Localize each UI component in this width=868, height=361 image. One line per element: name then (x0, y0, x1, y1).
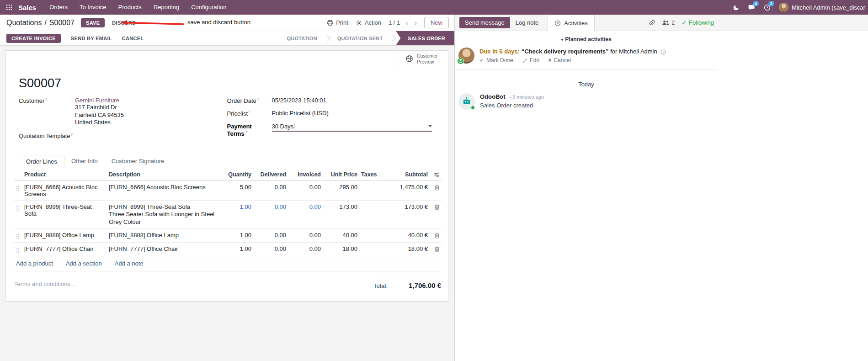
cell-taxes[interactable] (359, 181, 384, 201)
apps-menu-button[interactable] (3, 0, 16, 15)
cell-invoiced[interactable]: 0.00 (288, 229, 323, 243)
order-date-field[interactable]: 05/25/2023 15:40:01 (272, 97, 436, 104)
cell-description[interactable]: [FURN_8999] Three-Seat SofaThree Seater … (107, 201, 220, 229)
mark-done-button[interactable]: ✓Mark Done (479, 57, 513, 64)
cell-delivered[interactable]: 0.00 (253, 243, 288, 256)
payment-terms-field[interactable]: 30 Days (272, 123, 432, 132)
menu-configuration[interactable]: Configuration (185, 0, 232, 15)
activity-info-icon[interactable] (660, 48, 666, 55)
drag-handle-icon[interactable] (14, 229, 22, 243)
delete-line-button[interactable] (430, 229, 442, 243)
trash-icon (434, 233, 440, 239)
tab-customer-signature[interactable]: Customer Signature (105, 155, 171, 168)
cell-unit-price[interactable]: 40.00 (323, 229, 359, 243)
cell-product[interactable]: [FURN_8888] Office Lamp (22, 229, 107, 243)
user-menu[interactable]: Mitchell Admin (save_discar (775, 3, 868, 12)
delete-line-button[interactable] (430, 243, 442, 256)
create-invoice-button[interactable]: CREATE INVOICE (6, 34, 61, 43)
menu-reporting[interactable]: Reporting (148, 0, 185, 15)
drag-handle-icon[interactable] (14, 243, 22, 256)
drag-handle-icon[interactable] (14, 181, 22, 201)
state-quotation-sent[interactable]: QUOTATION SENT (330, 31, 390, 45)
col-delivered: Delivered (253, 168, 288, 181)
pricelist-field[interactable]: Public Pricelist (USD) (272, 110, 436, 117)
following-button[interactable]: ✓ Following (682, 19, 714, 26)
tab-order-lines[interactable]: Order Lines (19, 155, 64, 168)
cell-unit-price[interactable]: 18.00 (323, 243, 359, 256)
menu-to-invoice[interactable]: To Invoice (74, 0, 112, 15)
cell-delivered[interactable]: 0.00 (253, 229, 288, 243)
cell-delivered[interactable]: 0.00 (253, 181, 288, 201)
cell-taxes[interactable] (359, 229, 384, 243)
cell-description[interactable]: [FURN_8888] Office Lamp (107, 229, 220, 243)
followers-button[interactable]: 2 (662, 20, 675, 26)
cell-product[interactable]: [FURN_6666] Acoustic Bloc Screens (22, 181, 107, 201)
optional-columns-button[interactable] (430, 168, 442, 181)
new-button[interactable]: New (424, 17, 449, 28)
order-line-row[interactable]: [FURN_8999] Three-Seat Sofa [FURN_8999] … (14, 201, 442, 229)
cell-unit-price[interactable]: 173.00 (323, 201, 359, 229)
cell-invoiced[interactable]: 0.00 (288, 181, 323, 201)
state-quotation[interactable]: QUOTATION (280, 31, 324, 45)
table-header-row: Product Description Quantity Delivered I… (14, 168, 442, 181)
action-button[interactable]: Action (356, 19, 381, 26)
cell-description[interactable]: [FURN_6666] Acoustic Bloc Screens (107, 181, 220, 201)
print-button[interactable]: Print (327, 19, 348, 26)
menu-products[interactable]: Products (112, 0, 147, 15)
drag-handle-icon[interactable] (14, 201, 22, 229)
order-line-row[interactable]: [FURN_7777] Office Chair [FURN_7777] Off… (14, 243, 442, 256)
message-author[interactable]: OdooBot (480, 93, 506, 100)
pager: 1 / 1 ‹ › (389, 18, 417, 27)
delete-line-button[interactable] (430, 181, 442, 201)
edit-activity-button[interactable]: Edit (522, 57, 539, 64)
user-name: Mitchell Admin (save_discar (792, 4, 865, 11)
messages-button[interactable]: 4 (744, 0, 760, 15)
terms-placeholder[interactable]: Terms and conditions... (14, 278, 75, 287)
save-button[interactable]: SAVE (81, 18, 105, 27)
tab-other-info[interactable]: Other Info (64, 155, 105, 168)
statusbar: CREATE INVOICE SEND BY EMAIL CANCEL QUOT… (0, 31, 454, 46)
cell-taxes[interactable] (359, 201, 384, 229)
cell-quantity[interactable]: 1.00 (220, 229, 253, 243)
cancel-activity-button[interactable]: ×Cancel (548, 57, 570, 64)
cell-product[interactable]: [FURN_7777] Office Chair (22, 243, 107, 256)
breadcrumb-quotations[interactable]: Quotations (6, 19, 42, 27)
pager-next-icon[interactable]: › (414, 18, 417, 27)
cell-taxes[interactable] (359, 243, 384, 256)
cancel-button[interactable]: CANCEL (122, 36, 144, 41)
send-message-button[interactable]: Send message (459, 17, 510, 28)
add-section-link[interactable]: Add a section (66, 260, 102, 267)
customer-link[interactable]: Gemini Furniture (75, 97, 227, 104)
menu-orders[interactable]: Orders (43, 0, 74, 15)
cell-quantity[interactable]: 1.00 (220, 201, 253, 229)
dark-mode-toggle[interactable] (729, 0, 744, 15)
customer-preview-button[interactable]: Customer Preview (398, 51, 448, 67)
send-by-email-button[interactable]: SEND BY EMAIL (71, 36, 112, 41)
order-line-row[interactable]: [FURN_8888] Office Lamp [FURN_8888] Offi… (14, 229, 442, 243)
cell-delivered[interactable]: 0.00 (253, 201, 288, 229)
planned-activities-toggle[interactable]: ▾Planned activities (455, 36, 718, 42)
cell-unit-price[interactable]: 295.00 (323, 181, 359, 201)
activities-tab[interactable]: Activities (548, 15, 594, 31)
pager-previous-icon[interactable]: ‹ (405, 18, 408, 27)
cell-quantity[interactable]: 1.00 (220, 243, 253, 256)
quotation-template-field[interactable] (75, 132, 227, 139)
log-note-button[interactable]: Log note (510, 17, 544, 28)
cell-invoiced[interactable]: 0.00 (288, 201, 323, 229)
app-name[interactable]: Sales (18, 4, 36, 11)
state-sales-order[interactable]: SALES ORDER (396, 31, 454, 45)
followers-icon (662, 20, 670, 26)
add-product-link[interactable]: Add a product (16, 260, 53, 267)
cell-invoiced[interactable]: 0.00 (288, 243, 323, 256)
delete-line-button[interactable] (430, 201, 442, 229)
activities-systray-button[interactable]: 2 (760, 0, 775, 15)
cell-quantity[interactable]: 5.00 (220, 181, 253, 201)
activity-avatar (458, 48, 474, 64)
cell-description[interactable]: [FURN_7777] Office Chair (107, 243, 220, 256)
paperclip-icon[interactable] (648, 19, 655, 26)
chevron-right-icon (324, 31, 330, 45)
add-note-link[interactable]: Add a note (115, 260, 144, 267)
customer-value[interactable]: Gemini Furniture 317 Fairchild Dr Fairfi… (75, 97, 227, 127)
cell-product[interactable]: [FURN_8999] Three-Seat Sofa (22, 201, 107, 229)
order-line-row[interactable]: [FURN_6666] Acoustic Bloc Screens [FURN_… (14, 181, 442, 201)
